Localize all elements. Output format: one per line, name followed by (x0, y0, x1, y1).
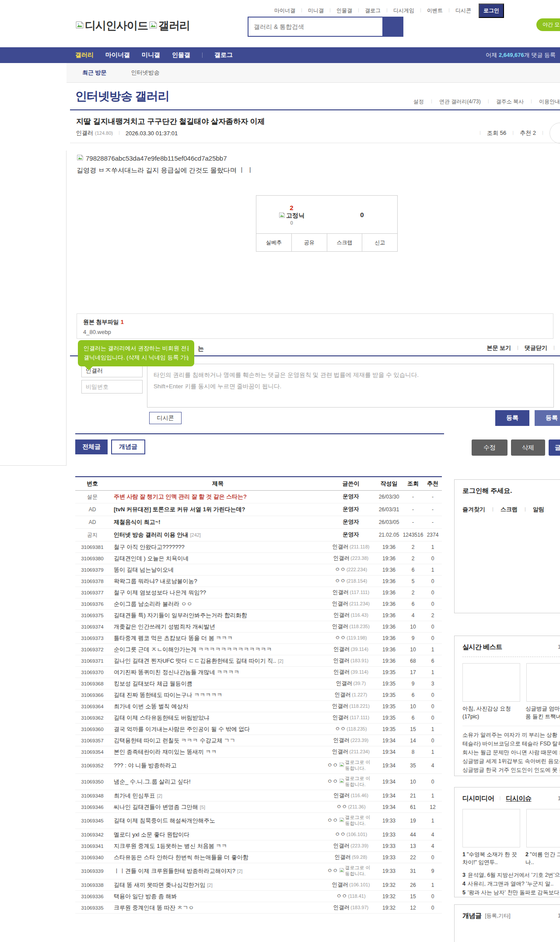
writer-name[interactable]: 인갤러 (332, 882, 349, 889)
post-link[interactable]: 길나인 길태견 찐자UFC 떳다 ㄷㄷ김용환한테도 길태 따이기 직.. (114, 657, 276, 665)
dcissue-title[interactable]: 디시이슈 (506, 794, 532, 803)
gallery-tool-1[interactable]: 설정 (413, 98, 424, 105)
downvote-area[interactable]: 0 (327, 196, 397, 233)
writer-name[interactable]: ㅇㅇ (327, 817, 338, 824)
gallery-title[interactable]: 인터넷방송 갤러리 (75, 88, 169, 104)
best-item[interactable]: 회사는 월급 문제만 아니면 사람 때문에 퇴사 (462, 748, 560, 757)
post-link[interactable]: 킹보성 길태보다 체급 월등이큼 (114, 680, 192, 688)
dcmedia-title[interactable]: 디시미디어 (462, 794, 494, 803)
dccon-button[interactable]: 디시콘 (149, 412, 182, 424)
post-link[interactable]: 김택용한테 따이고 런칠듯 ㅋㅋㅋ 수강교체 ㄱㄱ (114, 737, 235, 745)
writer-name[interactable]: 인갤러 (336, 680, 353, 687)
writer-name[interactable]: 운영자 (343, 531, 359, 538)
post-link[interactable]: 길태견들 특) 자기들이 일부러안봐주는거라 합리화함 (114, 612, 247, 619)
post-link[interactable]: 크루원 중계인대 똥 따잔 ㅊㄱㅇ (114, 904, 194, 912)
post-link[interactable]: 순이그룹 남소리라 불러라 ㅇㅇ (114, 600, 192, 608)
comment-submit-secondary-button[interactable]: 등록 (535, 410, 560, 426)
writer-name[interactable]: 인갤러 (333, 612, 350, 619)
nav-item-3[interactable]: 미니갤 (142, 51, 160, 59)
vote-button-2[interactable]: 공유 (291, 234, 327, 251)
search-button[interactable] (382, 18, 402, 36)
edit-button[interactable]: 수정 (472, 439, 508, 456)
writer-name[interactable]: 운영자 (343, 493, 359, 500)
best-caption[interactable]: 싱글벙글 엄마한테 용품 들킨 트짹녀 (525, 705, 560, 721)
best-thumbnail[interactable] (462, 663, 520, 702)
nav-item-1[interactable]: 갤러리 (75, 51, 94, 59)
topbar-link-4[interactable]: 갤로그 (365, 7, 381, 14)
comment-count[interactable]: [5] (200, 805, 205, 810)
post-link[interactable]: 길태 진짜 똥한테도 따이는구나 ㅋㅋㅋㅋㅋ (114, 691, 222, 699)
vote-button-4[interactable]: 신고 (362, 234, 397, 251)
login-button[interactable]: 로그인 (479, 4, 504, 18)
post-link[interactable]: 틀타중계 펨코 먹은 츠캄보다 똥을 더 봄 ㅋㅋㅋ (114, 634, 233, 642)
best-item[interactable]: 싱글벙글 세계 1위갑부도 속아버린 음모론.j (462, 757, 560, 766)
post-link[interactable]: 순이그릇 근데 ㅈㄴ이해안가는게 ㅋㅋㅋㅋㅋㅋㅋㅋㅋㅋㅋㅋㅋ (114, 646, 272, 654)
search-input[interactable] (248, 18, 382, 36)
post-link[interactable]: 길태 이제 침묵중이드 해설싸개안해주노 (114, 817, 215, 825)
writer-name[interactable]: 인갤러 (333, 646, 350, 653)
writer-name[interactable]: 인갤러 (333, 843, 350, 850)
topbar-link-1[interactable]: 마이너갤 (274, 7, 295, 14)
site-logo[interactable]: 디시인사이드 갤러리 (75, 18, 190, 33)
post-link[interactable]: 최가네 이번 소똥 벌칙 예상차 (114, 703, 188, 710)
media-item[interactable]: 4사유리, 개그맨과 열애? '누군지 알.. (462, 879, 560, 888)
gallog-link[interactable]: 갤로그로 이동합니다. (345, 759, 375, 772)
media-caption[interactable]: 2"여름 인간 그" 서아수나.. (525, 851, 560, 866)
post-link[interactable]: 길태 똥 새끼 못따면 좆나심각한거임 (114, 881, 205, 889)
best-item[interactable]: 싱글벙글 한국 거주 인도인이 인도에 못 돌아 (462, 766, 560, 774)
concept-title[interactable]: 개념글 (462, 912, 482, 920)
writer-name[interactable]: 인갤러 (332, 703, 349, 710)
post-link[interactable]: 주변 사람 잘 챙기고 인맥 관리 잘 할 것 같은 스타는? (114, 493, 247, 501)
gallery-tool-3[interactable]: 갤주소 복사 (496, 98, 524, 105)
topbar-link-5[interactable]: 디시게임 (393, 7, 414, 14)
best-caption[interactable]: 아침, 사진감상 요청 (17pic) (462, 705, 519, 721)
filter-concept-button[interactable]: 개념글 (111, 439, 145, 454)
topbar-link-6[interactable]: 이벤트 (427, 7, 443, 14)
gallery-tool-2[interactable]: 연관 갤러리(4/73) (439, 98, 481, 105)
gallog-link[interactable]: 갤로그로 이동합니다. (345, 865, 375, 877)
vote-button-3[interactable]: 스크랩 (327, 234, 362, 251)
media-thumbnail[interactable] (462, 809, 520, 847)
upvote-area[interactable]: 2 고정닉 0 (256, 196, 327, 233)
post-link[interactable]: 개좆같은 인간쓰레기 성범죄자 개씨발년 (114, 623, 215, 631)
comment-count[interactable]: [2] (207, 882, 212, 888)
writer-name[interactable]: 인갤러 (333, 657, 350, 664)
post-link[interactable]: 멜로디 yxl 소문 좋다 원탑이다 (114, 831, 189, 839)
writer-name[interactable]: 인갤러 (332, 714, 349, 721)
writer-name[interactable]: ㅇㅇ (327, 762, 338, 769)
password-input[interactable] (81, 380, 143, 394)
media-caption[interactable]: 1"수영복 소재가 한 끗 차이!" 임연두.. (462, 851, 519, 866)
gallog-link[interactable]: 갤로그로 이동합니다. (345, 776, 375, 788)
post-link[interactable]: 길태견인데 ) 오늘은 치욕이네 (114, 555, 189, 562)
best-thumbnail[interactable] (526, 663, 560, 702)
comment-count[interactable]: [2] (278, 658, 283, 664)
comment-count-bubble[interactable] (550, 123, 560, 144)
post-link[interactable]: 여기진짜 똥퀴미친 정신나간놈들 개많네 ㅋㅋㅋㅋ (114, 668, 239, 676)
comment-count[interactable]: [2] (157, 793, 162, 798)
writer-name[interactable]: 인갤러 (333, 904, 350, 911)
nav-item-4[interactable]: 인물갤 (172, 51, 190, 59)
delete-button[interactable]: 삭제 (511, 439, 545, 456)
writer-name[interactable]: 인갤러 (332, 601, 349, 608)
comment-submit-button[interactable]: 등록 (495, 410, 529, 426)
post-link[interactable]: 스타유동은 스타 안하다 한번씩 하는애들을 더 좋아함 (114, 854, 248, 861)
media-item[interactable]: 3윤석열, 6월 지방선거에서 '기호 2번'으로.. (462, 871, 560, 879)
comment-count[interactable]: [2] (237, 868, 242, 874)
vote-button-1[interactable]: 실베추 (256, 234, 291, 251)
post-link[interactable]: 씨나인 길태견들아 변명좀 그만해 (114, 803, 198, 811)
post-link[interactable]: 인터넷 방송 갤러리 이용 안내 (114, 531, 188, 539)
night-mode-toggle[interactable]: 야간 모드 (536, 18, 560, 31)
writer-name[interactable]: ㅇㅇ (335, 566, 346, 573)
writer-name[interactable]: 인갤러 (332, 749, 349, 756)
attachment-file-link[interactable]: 4_80.webp (83, 329, 547, 335)
best-item[interactable]: 테슬라) 바이브코딩으로 테슬라 FSD 탈옥들 (462, 739, 560, 748)
writer-name[interactable]: ㅇㅇ (336, 893, 347, 900)
writer-name[interactable]: 인갤러 (333, 555, 350, 562)
writer-name[interactable]: ㅇㅇ (327, 868, 338, 875)
post-link[interactable]: 최가네 민심투표 (114, 792, 155, 800)
nav-item-5[interactable]: 갤로그 (214, 51, 233, 59)
post-link[interactable]: 철구 이제 염보성보다 나은게 뭐임?? (114, 589, 206, 597)
writer-name[interactable]: 인갤러 (332, 589, 349, 596)
post-link[interactable]: 제철음식이 최고~! (114, 518, 161, 526)
writer-name[interactable]: ㅇㅇ (327, 778, 338, 785)
